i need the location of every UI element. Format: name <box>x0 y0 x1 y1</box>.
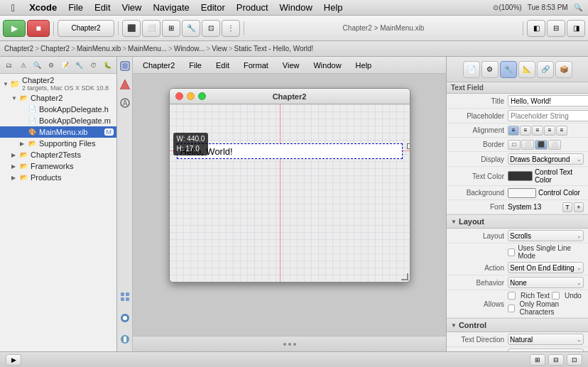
nav-bookapp-m[interactable]: 📄 BookAppDelegate.m <box>0 115 116 126</box>
view-btn-2[interactable]: ⊟ <box>547 20 565 37</box>
nav-project[interactable]: ▼ 📁 Chapter2 2 targets, Mac OS X SDK 10.… <box>0 75 116 92</box>
apple-menu[interactable]:  <box>6 1 21 15</box>
ctrl-layout-select[interactable]: Left To Right ⌄ <box>508 349 584 351</box>
close-button[interactable] <box>175 92 183 100</box>
nav-icon-3[interactable]: 🔍 <box>31 59 44 72</box>
nav-chapter2tests[interactable]: ▶ 📂 Chapter2Tests <box>0 149 116 160</box>
stop-button[interactable]: ■ <box>27 20 50 37</box>
nav-icon-6[interactable]: 🔧 <box>73 59 86 72</box>
toolbar-btn-5[interactable]: ⊡ <box>202 20 220 37</box>
editor-menu-help[interactable]: Help <box>352 60 376 71</box>
uses-single-line-checkbox[interactable] <box>508 248 515 256</box>
menu-file[interactable]: File <box>62 1 89 14</box>
nav-mainmenu-xib[interactable]: 🎨 MainMenu.xib M <box>0 126 116 138</box>
align-right-btn[interactable]: ≡ <box>532 126 543 136</box>
left-icon-2[interactable] <box>119 78 131 91</box>
font-btn-plus[interactable]: + <box>574 202 584 212</box>
view-btn-3[interactable]: ◨ <box>567 20 585 37</box>
nav-bookapp-h[interactable]: 📄 BookAppDelegate.h <box>0 104 116 115</box>
nav-frameworks[interactable]: ▶ 📂 Frameworks <box>0 160 116 172</box>
play-btn[interactable]: ▶ <box>6 354 21 366</box>
breadcrumb-2[interactable]: Chapter2 <box>40 45 70 53</box>
toolbar-btn-1[interactable]: ⬛ <box>122 20 141 37</box>
resize-handle[interactable] <box>407 143 410 149</box>
toolbar-btn-3[interactable]: ⊞ <box>162 20 180 37</box>
breadcrumb-3[interactable]: MainMenu.xib <box>77 45 121 53</box>
nav-icon-8[interactable]: 🐛 <box>101 59 114 72</box>
left-icon-bottom-3[interactable] <box>119 333 131 346</box>
editor-menu-chapter2[interactable]: Chapter2 <box>138 60 179 71</box>
inspector-icon-5[interactable]: 🔗 <box>537 61 554 78</box>
action-select[interactable]: Sent On End Editing ⌄ <box>508 262 584 273</box>
breadcrumb-7[interactable]: Static Text - Hello, World! <box>234 45 314 53</box>
nav-group-chapter2[interactable]: ▼ 📂 Chapter2 <box>0 92 116 104</box>
roman-chars-checkbox[interactable] <box>508 305 515 312</box>
border-rounded-btn[interactable]: ⬜ <box>548 140 561 150</box>
nav-icon-7[interactable]: ⏱ <box>87 59 100 72</box>
inspector-icon-2[interactable]: ⚙ <box>481 61 499 78</box>
textdir-select[interactable]: Natural ⌄ <box>508 334 584 345</box>
nav-icon-1[interactable]: 🗂 <box>3 59 16 72</box>
nav-supporting-files[interactable]: ▶ 📂 Supporting Files <box>0 138 116 149</box>
text-color-swatch[interactable] <box>508 171 533 181</box>
left-icon-3[interactable]: A <box>119 97 131 109</box>
breadcrumb-1[interactable]: Chapter2 <box>4 45 33 53</box>
inspector-icon-4[interactable]: 📐 <box>518 61 535 78</box>
menu-help[interactable]: Help <box>318 1 349 14</box>
editor-menu-format[interactable]: Format <box>239 60 273 71</box>
breadcrumb-4[interactable]: MainMenu... <box>128 45 167 53</box>
behavior-select[interactable]: None ⌄ <box>508 277 584 288</box>
inspector-icon-3[interactable]: 🔧 <box>500 61 517 78</box>
toolbar-btn-4[interactable]: 🔧 <box>182 20 200 37</box>
scheme-selector[interactable]: Chapter2 <box>58 20 114 37</box>
menu-view[interactable]: View <box>116 1 148 14</box>
toolbar-btn-6[interactable]: ⋮ <box>222 20 240 37</box>
undo-checkbox[interactable] <box>552 292 560 300</box>
align-natural-btn[interactable]: ≡ <box>556 126 567 136</box>
bottom-right-btn-3[interactable]: ⊡ <box>567 354 582 366</box>
left-icon-bottom-1[interactable] <box>119 290 131 303</box>
nav-icon-4[interactable]: ⚙ <box>45 59 58 72</box>
nav-icon-2[interactable]: ⚠ <box>17 59 30 72</box>
align-left-btn[interactable]: ≡ <box>508 126 519 136</box>
rich-text-checkbox[interactable] <box>508 292 516 300</box>
border-bezel-btn[interactable]: ⬛ <box>535 140 548 150</box>
breadcrumb-5[interactable]: Window... <box>174 45 205 53</box>
menu-product[interactable]: Product <box>231 1 274 14</box>
prop-title-input[interactable] <box>508 95 588 106</box>
maximize-button[interactable] <box>198 92 206 100</box>
prop-placeholder-input[interactable] <box>508 110 588 121</box>
bottom-right-btn-1[interactable]: ⊞ <box>530 354 545 366</box>
window-resize[interactable] <box>401 273 410 282</box>
font-btn-T[interactable]: T <box>562 202 572 212</box>
editor-menu-edit[interactable]: Edit <box>212 60 234 71</box>
border-none-btn[interactable]: □ <box>508 140 521 150</box>
left-icon-bottom-2[interactable] <box>119 312 131 324</box>
bg-color-swatch[interactable] <box>508 188 536 198</box>
editor-menu-window[interactable]: Window <box>309 60 345 71</box>
nav-icon-5[interactable]: 📝 <box>59 59 72 72</box>
left-icon-1[interactable] <box>119 60 131 72</box>
inspector-icon-6[interactable]: 📦 <box>555 61 572 78</box>
menu-xcode[interactable]: Xcode <box>23 1 62 14</box>
inspector-icon-1[interactable]: 📄 <box>463 61 480 78</box>
nav-products[interactable]: ▶ 📂 Products <box>0 172 116 183</box>
menu-navigate[interactable]: Navigate <box>147 1 195 14</box>
run-button[interactable]: ▶ <box>3 20 26 37</box>
menu-editor[interactable]: Editor <box>195 1 231 14</box>
view-btn-1[interactable]: ◧ <box>527 20 545 37</box>
toolbar-btn-2[interactable]: ⬜ <box>142 20 160 37</box>
align-justify-btn[interactable]: ≡ <box>544 126 555 136</box>
editor-menu-file[interactable]: File <box>185 60 206 71</box>
minimize-button[interactable] <box>187 92 195 100</box>
menu-edit[interactable]: Edit <box>89 1 116 14</box>
align-center-btn[interactable]: ≡ <box>520 126 531 136</box>
editor-menu-view[interactable]: View <box>278 60 304 71</box>
layout-select[interactable]: Scrolls ⌄ <box>508 230 584 241</box>
bottom-right-btn-2[interactable]: ⊟ <box>548 354 564 366</box>
breadcrumb-6[interactable]: View <box>212 45 227 53</box>
prop-display-select[interactable]: Draws Background ⌄ <box>508 153 584 165</box>
border-line-btn[interactable]: ⬜ <box>521 140 534 150</box>
menu-window[interactable]: Window <box>274 1 318 14</box>
textfield-element[interactable]: Hello, World! <box>177 143 403 159</box>
